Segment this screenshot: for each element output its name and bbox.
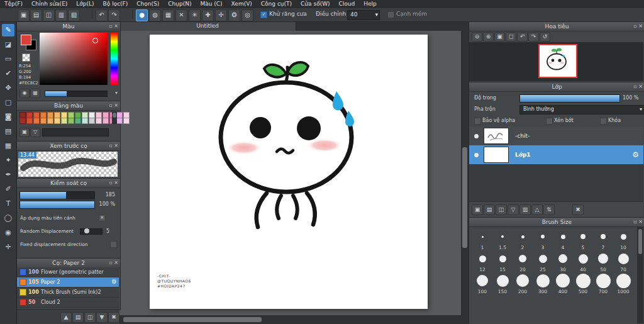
export-icon[interactable]: ▥ [55, 9, 67, 21]
brush-size-option[interactable]: 12 [473, 251, 492, 272]
menu-cloud[interactable]: Cloud [335, 0, 360, 8]
brush-size-option[interactable]: 500 [574, 273, 592, 294]
move-tool[interactable]: ✥ [2, 82, 14, 94]
palette-swatch[interactable] [123, 118, 130, 124]
brush-size-option[interactable]: 1 [473, 229, 492, 250]
save-brush-icon[interactable]: ◫ [84, 312, 96, 323]
merge-layer-icon[interactable]: ▥ [519, 204, 531, 215]
menu-xem-v[interactable]: Xem(V) [227, 0, 257, 8]
lock-checkbox[interactable] [600, 118, 607, 125]
popout-icon[interactable]: ▫ [634, 82, 637, 91]
brush-size-option[interactable]: 7 [594, 229, 613, 250]
palette-swatch[interactable] [82, 118, 88, 124]
add-layer-icon[interactable]: ▣ [472, 204, 483, 215]
clipping-checkbox[interactable] [546, 118, 553, 125]
snap-cross-icon[interactable]: ✚ [202, 9, 214, 21]
color-slider[interactable] [45, 91, 108, 97]
gear-icon[interactable]: ⚙ [111, 278, 117, 285]
hand-tool[interactable]: ✛ [2, 241, 14, 254]
duplicate-layer-icon[interactable]: ◫ [496, 204, 507, 215]
brush-size-option[interactable]: 300 [533, 273, 552, 294]
auto-select-tool[interactable]: ▦ [2, 140, 14, 152]
palette-swatch[interactable] [47, 118, 53, 124]
foreground-color-checkbox[interactable]: ✕ [99, 215, 106, 221]
vertical-scroll-thumb[interactable] [462, 147, 467, 248]
palette-name-input[interactable] [42, 128, 109, 137]
transform-tool[interactable]: ▢ [2, 96, 14, 109]
menu-c-a-s-w[interactable]: Cửa sổ(W) [296, 0, 334, 8]
palette-panel-header[interactable]: Bảng màu▫✕ [17, 101, 120, 111]
grid-icon[interactable]: ▦ [162, 9, 174, 21]
zoom-out-icon[interactable]: ⊖ [472, 32, 482, 42]
palette-swatch[interactable] [61, 118, 67, 124]
zoom-in-icon[interactable]: ⊕ [483, 32, 494, 42]
popout-icon[interactable]: ▫ [109, 22, 113, 31]
brush-size-option[interactable]: 2 [513, 229, 532, 250]
brush-tool[interactable]: ✎ [2, 24, 14, 36]
popout-icon[interactable]: ▫ [634, 22, 637, 31]
brush-size-option[interactable]: 50 [594, 251, 613, 272]
brush-size-option[interactable]: 20 [513, 251, 532, 272]
move-up-icon[interactable]: △ [531, 204, 543, 215]
open-icon[interactable]: ▤ [30, 9, 42, 21]
palette-scrollbar[interactable] [112, 111, 117, 124]
brush-control-header[interactable]: Kiểm soát cọ▫✕ [17, 179, 120, 188]
transparent-color-swatch[interactable] [22, 53, 30, 62]
eyedropper-tool[interactable]: ◉ [2, 226, 14, 239]
menu-c-ng-c-t[interactable]: Công cụ(T) [257, 0, 296, 8]
palette-swatch[interactable] [26, 118, 33, 124]
rotate-left-icon[interactable]: ↶ [517, 32, 528, 42]
foreground-color-swatch[interactable] [21, 35, 31, 45]
dropdown-icon[interactable]: ▾ [115, 89, 118, 98]
brush-size-option[interactable]: 100 [473, 273, 492, 294]
transfer-layer-icon[interactable]: ▽ [508, 204, 519, 215]
brush-size-scrollbar[interactable] [637, 226, 643, 323]
close-icon[interactable]: ✕ [638, 22, 643, 31]
navigator-thumbnail[interactable] [538, 44, 577, 78]
brush-tip-circle-icon[interactable]: ● [136, 9, 148, 21]
antialias-checkbox[interactable]: ✓ [260, 11, 267, 18]
brush-size-option[interactable]: 15 [493, 251, 512, 272]
hue-slider[interactable] [111, 33, 118, 85]
snap-ellipse-icon[interactable]: ◎ [242, 9, 253, 21]
shape-tool[interactable]: ◯ [2, 212, 14, 225]
close-icon[interactable]: ✕ [114, 179, 118, 187]
brush-size-option[interactable]: 200 [513, 273, 532, 294]
layer-row[interactable]: -chit- [469, 126, 643, 146]
snap-off-icon[interactable]: ✕ [175, 9, 187, 21]
brush-size-option[interactable]: 400 [553, 273, 572, 294]
brush-list-item[interactable]: 100Thick Brush (Sumi Ink)2 [17, 288, 119, 298]
palette-swatch[interactable] [89, 118, 95, 124]
delete-color-icon[interactable]: ▽ [30, 128, 40, 137]
snap-parallel-icon[interactable]: ✳ [189, 9, 201, 21]
horizontal-scroll-thumb[interactable] [123, 317, 262, 322]
popout-icon[interactable]: ▫ [634, 218, 637, 226]
brush-size-option[interactable]: 1.5 [493, 229, 512, 250]
color-grid-icon[interactable]: ▦ [30, 89, 40, 98]
wand-tool[interactable]: ✦ [2, 154, 14, 167]
brush-size-option[interactable]: 40 [574, 251, 592, 272]
gradient-tool[interactable]: ▤ [2, 125, 14, 138]
eraser-tool[interactable]: ◪ [2, 38, 14, 51]
brush-list-item[interactable]: 105Paper 2⚙ [17, 277, 119, 288]
palette-swatch[interactable] [96, 118, 102, 124]
brush-tip-soft-icon[interactable]: ◍ [149, 9, 161, 21]
add-color-icon[interactable]: ▣ [19, 128, 30, 137]
close-icon[interactable]: ✕ [114, 101, 118, 110]
snap-vanishing-icon[interactable]: ✢ [215, 9, 227, 21]
random-displacement-slider[interactable] [80, 228, 103, 235]
brush-size-option[interactable]: 150 [493, 273, 512, 294]
correction-tool[interactable]: ✐ [2, 183, 14, 196]
canvas-vertical-scrollbar[interactable] [461, 21, 469, 315]
brush-size-header[interactable]: Brush Size▫✕ [469, 218, 644, 227]
menu-b-l-c-f[interactable]: Bộ lọc(F) [99, 0, 133, 8]
menu-ch-nh-s-a-e[interactable]: Chỉnh sửa(E) [27, 0, 72, 8]
brush-size-option[interactable]: 5 [574, 229, 592, 250]
pen-tool[interactable]: ✒ [2, 169, 14, 181]
reset-view-icon[interactable]: ↺ [540, 32, 550, 42]
select-pen-tool[interactable]: ✔ [2, 67, 14, 80]
palette-swatch[interactable] [103, 118, 109, 124]
redo-icon[interactable]: ↷ [108, 9, 120, 21]
canvas-horizontal-scrollbar[interactable] [119, 315, 461, 324]
adjust-combobox[interactable]: 40 ▾ [347, 10, 380, 20]
